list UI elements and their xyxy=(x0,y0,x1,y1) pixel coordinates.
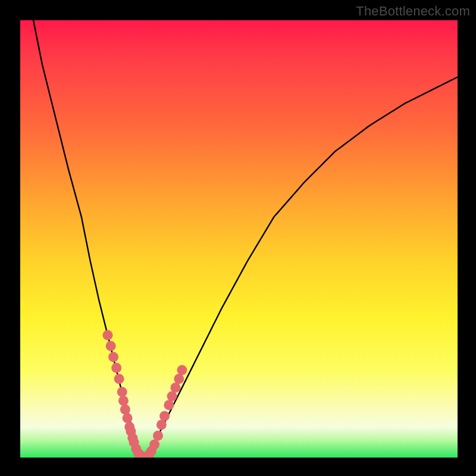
bead-marker xyxy=(117,387,127,397)
plot-svg xyxy=(20,20,458,458)
plot-area xyxy=(20,20,458,458)
bead-marker xyxy=(106,341,116,351)
bead-marker xyxy=(159,411,170,421)
bead-marker xyxy=(123,413,133,423)
bead-marker xyxy=(156,419,167,430)
watermark-text: TheBottleneck.com xyxy=(356,4,470,19)
bead-marker xyxy=(174,374,184,384)
bead-marker xyxy=(167,392,177,402)
bead-marker xyxy=(114,374,124,384)
bead-marker xyxy=(120,405,130,415)
bead-marker xyxy=(111,363,121,373)
bead-marker xyxy=(153,431,163,441)
chart-frame: TheBottleneck.com xyxy=(0,0,476,476)
bead-marker xyxy=(108,352,118,362)
bead-marker xyxy=(164,400,174,410)
bead-markers xyxy=(103,330,187,458)
bead-marker xyxy=(170,383,180,393)
bead-marker xyxy=(103,330,113,340)
bead-marker xyxy=(149,439,159,449)
bead-marker xyxy=(118,396,129,406)
curve-group xyxy=(33,20,458,458)
bottleneck-curve xyxy=(33,20,458,458)
bead-marker xyxy=(177,365,187,375)
